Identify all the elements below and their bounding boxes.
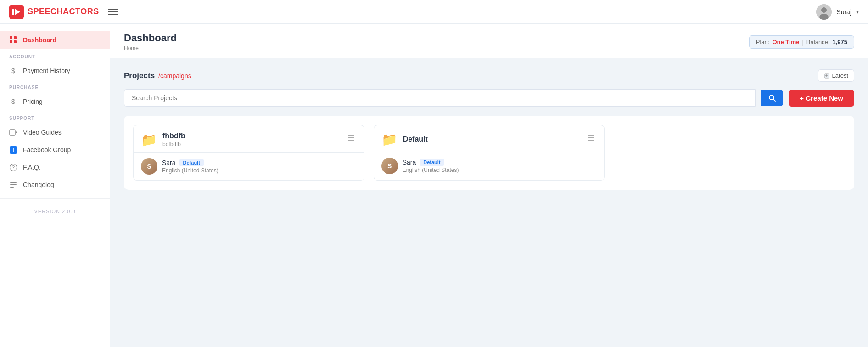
section-account: ACCOUNT — [0, 49, 110, 62]
dollar-icon: $ — [9, 67, 17, 75]
page-title: Dashboard — [124, 32, 177, 44]
search-input[interactable] — [124, 89, 756, 107]
folder-icon: 📁 — [141, 132, 157, 148]
hamburger-menu[interactable] — [108, 9, 118, 15]
latest-button[interactable]: Latest — [818, 69, 854, 82]
dashboard-icon — [9, 36, 17, 44]
sidebar-item-pricing[interactable]: $ Pricing — [0, 93, 110, 110]
section-support: SUPPORT — [0, 110, 110, 124]
search-button[interactable] — [761, 90, 783, 106]
projects-header: Projects /campaigns Latest — [124, 69, 854, 82]
voice-avatar: S — [381, 158, 398, 174]
logo-text: SPEECHACTORS — [28, 7, 99, 17]
video-icon — [9, 128, 17, 137]
create-btn-label: + Create New — [800, 94, 843, 102]
card-menu-icon[interactable]: ☰ — [586, 132, 597, 144]
plan-separator: | — [802, 39, 803, 46]
projects-grid: 📁 fhbdfb bdfbdfb ☰ S Sa — [124, 116, 854, 190]
sidebar-item-facebook-group[interactable]: f Facebook Group — [0, 141, 110, 159]
balance-label: Balance: — [806, 39, 830, 46]
breadcrumb: Home — [124, 45, 177, 51]
sidebar-item-payment-history[interactable]: $ Payment History — [0, 62, 110, 80]
plan-badge: Plan: One Time | Balance: 1,975 — [749, 35, 854, 49]
sidebar-item-video-guides[interactable]: Video Guides — [0, 124, 110, 141]
sidebar: Dashboard ACCOUNT $ Payment History PURC… — [0, 24, 110, 347]
latest-icon — [824, 73, 829, 79]
search-row: + Create New — [124, 89, 854, 107]
balance-value: 1,975 — [832, 39, 847, 46]
pricing-dollar-icon: $ — [9, 97, 17, 106]
question-icon: ? — [9, 163, 17, 171]
section-purchase: PURCHASE — [0, 80, 110, 93]
projects-title: Projects — [124, 71, 155, 80]
project-name: Default — [403, 135, 428, 143]
search-input-wrap — [124, 89, 756, 107]
svg-point-4 — [821, 7, 827, 13]
page-header: Dashboard Home Plan: One Time | Balance:… — [110, 24, 868, 58]
voice-info: Sara Default English (United States) — [162, 159, 218, 174]
user-name[interactable]: Suraj — [836, 8, 851, 16]
voice-badge: Default — [420, 159, 444, 166]
voice-lang: English (United States) — [162, 167, 218, 174]
top-nav: SPEECHACTORS Suraj ▾ — [0, 0, 868, 24]
search-icon — [768, 94, 776, 102]
voice-name: Sara — [403, 159, 416, 166]
main-content: Dashboard Home Plan: One Time | Balance:… — [110, 24, 868, 347]
facebook-icon: f — [9, 146, 17, 154]
voice-info: Sara Default English (United States) — [403, 159, 459, 173]
voice-name: Sara — [162, 159, 176, 166]
project-card: 📁 Default ☰ S Sara — [374, 125, 605, 181]
plan-name: One Time — [772, 39, 799, 46]
project-desc: bdfbdfb — [162, 141, 185, 148]
logo[interactable]: SPEECHACTORS — [9, 5, 99, 19]
sidebar-version: VERSION 2.0.0 — [0, 203, 110, 220]
svg-line-12 — [773, 99, 775, 101]
sidebar-item-dashboard[interactable]: Dashboard — [0, 31, 110, 49]
user-avatar — [816, 4, 832, 20]
create-new-button[interactable]: + Create New — [789, 90, 854, 107]
voice-badge: Default — [179, 159, 204, 166]
svg-rect-6 — [10, 130, 15, 135]
plan-label: Plan: — [756, 39, 770, 46]
card-menu-icon[interactable]: ☰ — [346, 132, 357, 144]
changelog-icon — [9, 181, 17, 189]
logo-icon — [9, 5, 24, 19]
sidebar-item-faq[interactable]: ? F.A.Q. — [0, 159, 110, 176]
voice-avatar: S — [141, 158, 157, 175]
svg-rect-2 — [12, 9, 14, 15]
project-card: 📁 fhbdfb bdfbdfb ☰ S Sa — [133, 125, 364, 181]
projects-area: Projects /campaigns Latest — [110, 58, 868, 201]
voice-lang: English (United States) — [403, 167, 459, 173]
folder-icon: 📁 — [381, 132, 398, 147]
user-dropdown-arrow[interactable]: ▾ — [856, 9, 859, 15]
sidebar-item-changelog[interactable]: Changelog — [0, 176, 110, 193]
svg-marker-7 — [16, 131, 17, 134]
project-name: fhbdfb — [162, 132, 185, 140]
projects-subtitle: /campaigns — [158, 72, 191, 80]
